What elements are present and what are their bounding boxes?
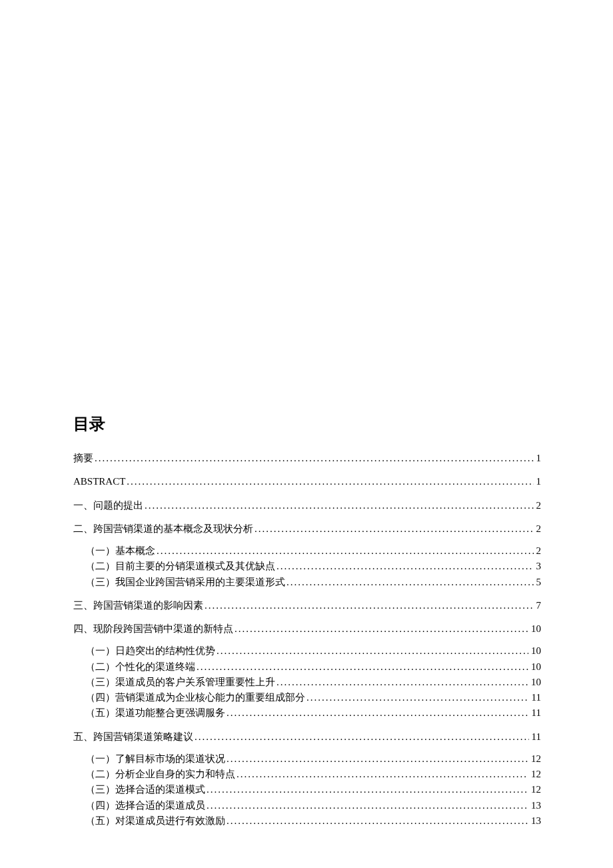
- toc-entry-label: （二）分析企业自身的实力和特点: [85, 767, 235, 782]
- toc-entry-label: （五）渠道功能整合更强调服务: [85, 705, 225, 721]
- toc-entry[interactable]: 摘要1: [73, 451, 541, 466]
- toc-entry-label: （四）营销渠道成为企业核心能力的重要组成部分: [85, 690, 305, 705]
- toc-entry-label: （三）选择合适的渠道模式: [85, 782, 205, 797]
- toc-entry[interactable]: （一）了解目标市场的渠道状况12: [73, 751, 541, 767]
- toc-entry-label: （三）我国企业跨国营销采用的主要渠道形式: [85, 575, 285, 590]
- toc-leader: [227, 813, 528, 829]
- toc-entry-page: 11: [530, 690, 541, 705]
- toc-entry[interactable]: （四）选择合适的渠道成员13: [73, 798, 541, 813]
- toc-entry-page: 7: [535, 598, 542, 613]
- toc-entry[interactable]: 二、跨国营销渠道的基本概念及现状分析2: [73, 521, 541, 537]
- toc-entry[interactable]: 四、现阶段跨国营销中渠道的新特点10: [73, 621, 541, 637]
- toc-leader: [207, 798, 528, 813]
- toc-entry-label: （二）目前主要的分销渠道模式及其优缺点: [85, 559, 275, 574]
- toc-title: 目录: [73, 413, 541, 435]
- toc-leader: [227, 705, 529, 721]
- toc-entry-page: 1: [535, 474, 542, 489]
- toc-entry[interactable]: （一）基本概念2: [73, 543, 541, 559]
- toc-entry-page: 1: [535, 451, 542, 466]
- toc-entry[interactable]: （二）个性化的渠道终端10: [73, 659, 541, 675]
- toc-entry-page: 2: [535, 543, 542, 559]
- toc-leader: [277, 559, 534, 574]
- toc-leader: [287, 575, 534, 590]
- toc-leader: [95, 451, 534, 466]
- toc-entry-label: （五）对渠道成员进行有效激励: [85, 813, 225, 829]
- toc-entry-label: 摘要: [73, 451, 93, 466]
- toc-entry-label: 二、跨国营销渠道的基本概念及现状分析: [73, 521, 253, 537]
- toc-entry-page: 12: [530, 751, 541, 767]
- toc-entry[interactable]: （三）渠道成员的客户关系管理重要性上升10: [73, 675, 541, 690]
- toc-leader: [306, 690, 529, 705]
- toc-leader: [127, 474, 533, 489]
- toc-entry-page: 13: [530, 813, 541, 829]
- toc-entry-label: （一）了解目标市场的渠道状况: [85, 751, 225, 767]
- toc-entry-page: 5: [535, 575, 542, 590]
- toc-entry-page: 12: [530, 782, 541, 797]
- toc-entry-page: 10: [530, 659, 541, 675]
- toc-entry[interactable]: （四）营销渠道成为企业核心能力的重要组成部分11: [73, 690, 541, 705]
- toc-leader: [277, 675, 528, 690]
- toc-entry-label: 四、现阶段跨国营销中渠道的新特点: [73, 621, 233, 637]
- toc-entry-label: 一、问题的提出: [73, 498, 143, 513]
- toc-entry-page: 11: [530, 729, 541, 745]
- toc-entry[interactable]: （一）日趋突出的结构性优势10: [73, 643, 541, 659]
- toc-entry-page: 3: [535, 559, 542, 574]
- toc-entry-page: 11: [530, 705, 541, 721]
- toc-list: 摘要1ABSTRACT1一、问题的提出2二、跨国营销渠道的基本概念及现状分析2（…: [73, 451, 541, 829]
- toc-entry-label: （二）个性化的渠道终端: [85, 659, 195, 675]
- toc-entry-page: 10: [530, 621, 541, 637]
- toc-entry-label: 三、跨国营销渠道的影响因素: [73, 598, 203, 613]
- toc-entry[interactable]: 一、问题的提出2: [73, 498, 541, 513]
- toc-entry[interactable]: （三）我国企业跨国营销采用的主要渠道形式5: [73, 575, 541, 590]
- toc-entry-page: 12: [530, 767, 541, 782]
- toc-entry[interactable]: （五）渠道功能整合更强调服务11: [73, 705, 541, 721]
- toc-entry-page: 13: [530, 798, 541, 813]
- toc-entry-page: 10: [530, 643, 541, 659]
- toc-leader: [227, 751, 528, 767]
- toc-entry[interactable]: （二）分析企业自身的实力和特点12: [73, 767, 541, 782]
- toc-entry-page: 2: [535, 498, 542, 513]
- toc-entry[interactable]: （五）对渠道成员进行有效激励13: [73, 813, 541, 829]
- toc-entry-label: （一）基本概念: [85, 543, 155, 559]
- toc-entry-label: ABSTRACT: [73, 474, 125, 489]
- toc-leader: [235, 621, 528, 637]
- toc-leader: [205, 598, 534, 613]
- toc-leader: [197, 659, 528, 675]
- toc-entry-label: （四）选择合适的渠道成员: [85, 798, 205, 813]
- document-page: 目录 摘要1ABSTRACT1一、问题的提出2二、跨国营销渠道的基本概念及现状分…: [0, 0, 613, 829]
- toc-leader: [255, 521, 534, 537]
- toc-leader: [217, 643, 528, 659]
- toc-entry[interactable]: 五、跨国营销渠道策略建议11: [73, 729, 541, 745]
- toc-entry[interactable]: 三、跨国营销渠道的影响因素7: [73, 598, 541, 613]
- toc-entry[interactable]: ABSTRACT1: [73, 474, 541, 489]
- toc-leader: [237, 767, 528, 782]
- toc-entry[interactable]: （二）目前主要的分销渠道模式及其优缺点3: [73, 559, 541, 574]
- toc-entry-page: 2: [535, 521, 542, 537]
- toc-leader: [207, 782, 528, 797]
- toc-entry[interactable]: （三）选择合适的渠道模式12: [73, 782, 541, 797]
- toc-entry-label: （三）渠道成员的客户关系管理重要性上升: [85, 675, 275, 690]
- toc-entry-label: （一）日趋突出的结构性优势: [85, 643, 215, 659]
- toc-entry-label: 五、跨国营销渠道策略建议: [73, 729, 193, 745]
- toc-leader: [195, 729, 529, 745]
- toc-leader: [157, 543, 534, 559]
- toc-leader: [145, 498, 534, 513]
- toc-entry-page: 10: [530, 675, 541, 690]
